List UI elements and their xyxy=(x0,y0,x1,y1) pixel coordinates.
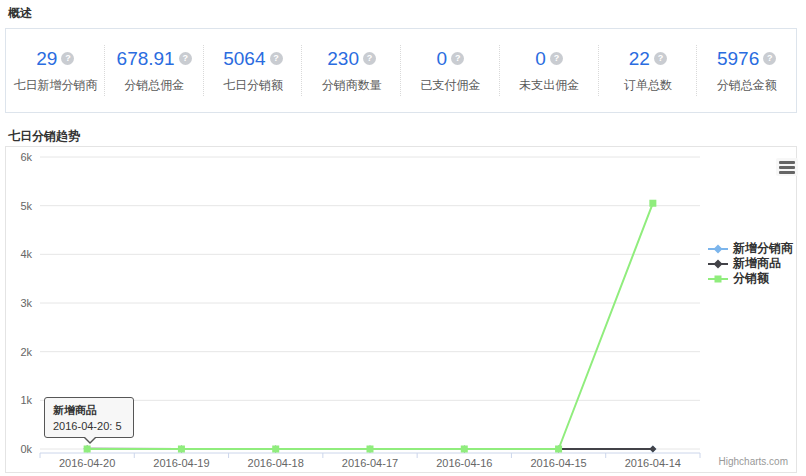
legend-marker-icon xyxy=(708,259,728,269)
data-point-marker[interactable] xyxy=(649,200,656,207)
overview-stats-panel: 29?七日新增分销商678.91?分销总佣金5064?七日分销额230?分销商数… xyxy=(5,28,797,113)
tooltip-value: 2016-04-20: 5 xyxy=(53,420,125,432)
legend-item[interactable]: 分销额 xyxy=(708,271,793,286)
help-icon[interactable]: ? xyxy=(654,52,667,65)
x-axis-label: 2016-04-16 xyxy=(436,457,492,469)
x-axis-label: 2016-04-14 xyxy=(625,457,681,469)
help-icon[interactable]: ? xyxy=(763,52,776,65)
stat-value: 678.91 xyxy=(117,48,175,70)
x-axis-label: 2016-04-17 xyxy=(342,457,398,469)
dashboard-page: 概述 29?七日新增分销商678.91?分销总佣金5064?七日分销额230?分… xyxy=(0,0,806,476)
stat-card: 230?分销商数量 xyxy=(302,29,401,112)
legend-marker-icon xyxy=(708,274,728,284)
stat-value: 0 xyxy=(535,48,546,70)
y-axis-label: 3k xyxy=(20,297,32,309)
stat-card: 0?未支出佣金 xyxy=(500,29,599,112)
hamburger-icon xyxy=(779,161,795,164)
legend-label: 分销额 xyxy=(733,270,769,287)
data-point-marker[interactable] xyxy=(649,446,656,453)
x-axis-label: 2016-04-18 xyxy=(248,457,304,469)
legend-item[interactable]: 新增分销商 xyxy=(708,241,793,256)
chart-tooltip: 新增商品 2016-04-20: 5 xyxy=(44,397,134,438)
hamburger-icon xyxy=(779,171,795,174)
y-axis-label: 2k xyxy=(20,346,32,358)
series-line xyxy=(87,203,653,449)
help-icon[interactable]: ? xyxy=(270,52,283,65)
stat-label: 未支出佣金 xyxy=(519,77,579,94)
x-axis-label: 2016-04-15 xyxy=(530,457,586,469)
y-axis-label: 4k xyxy=(20,248,32,260)
stat-value: 22 xyxy=(629,48,650,70)
data-point-marker[interactable] xyxy=(461,446,468,453)
stat-label: 分销商数量 xyxy=(322,77,382,94)
highcharts-credits-link[interactable]: Highcharts.com xyxy=(719,456,788,467)
data-point-marker[interactable] xyxy=(178,446,185,453)
trend-chart-panel: 6k5k4k3k2k1k0k2016-04-202016-04-192016-0… xyxy=(5,146,797,473)
help-icon[interactable]: ? xyxy=(61,52,74,65)
x-axis-label: 2016-04-19 xyxy=(153,457,209,469)
stat-card: 0?已支付佣金 xyxy=(401,29,500,112)
stat-value: 29 xyxy=(36,48,57,70)
data-point-marker[interactable] xyxy=(272,446,279,453)
y-axis-label: 5k xyxy=(20,200,32,212)
chart-legend: 新增分销商新增商品分销额 xyxy=(708,241,793,286)
stat-label: 分销总佣金 xyxy=(124,77,184,94)
stat-card: 5064?七日分销额 xyxy=(204,29,303,112)
stat-label: 已支付佣金 xyxy=(420,77,480,94)
chart-export-menu-button[interactable] xyxy=(776,158,798,176)
overview-title: 概述 xyxy=(8,5,32,22)
legend-marker-icon xyxy=(708,244,728,254)
x-axis-label: 2016-04-20 xyxy=(59,457,115,469)
y-axis-label: 1k xyxy=(20,394,32,406)
help-icon[interactable]: ? xyxy=(179,52,192,65)
data-point-marker[interactable] xyxy=(367,446,374,453)
tooltip-series-name: 新增商品 xyxy=(53,403,125,418)
stat-label: 订单总数 xyxy=(624,77,672,94)
y-axis-label: 6k xyxy=(20,151,32,163)
stat-label: 七日新增分销商 xyxy=(13,77,97,94)
y-axis-label: 0k xyxy=(20,443,32,455)
trend-chart-title: 七日分销趋势 xyxy=(8,128,80,145)
help-icon[interactable]: ? xyxy=(451,52,464,65)
stat-card: 678.91?分销总佣金 xyxy=(105,29,204,112)
stat-card: 29?七日新增分销商 xyxy=(6,29,105,112)
data-point-marker[interactable] xyxy=(555,446,562,453)
stat-card: 22?订单总数 xyxy=(599,29,698,112)
stat-value: 5064 xyxy=(223,48,265,70)
stat-value: 0 xyxy=(437,48,448,70)
stat-value: 230 xyxy=(327,48,359,70)
help-icon[interactable]: ? xyxy=(550,52,563,65)
stat-label: 七日分销额 xyxy=(223,77,283,94)
legend-item[interactable]: 新增商品 xyxy=(708,256,793,271)
stat-card: 5976?分销总金额 xyxy=(697,29,796,112)
help-icon[interactable]: ? xyxy=(363,52,376,65)
data-point-marker[interactable] xyxy=(84,446,91,453)
stat-value: 5976 xyxy=(717,48,759,70)
hamburger-icon xyxy=(779,166,795,169)
stat-label: 分销总金额 xyxy=(717,77,777,94)
